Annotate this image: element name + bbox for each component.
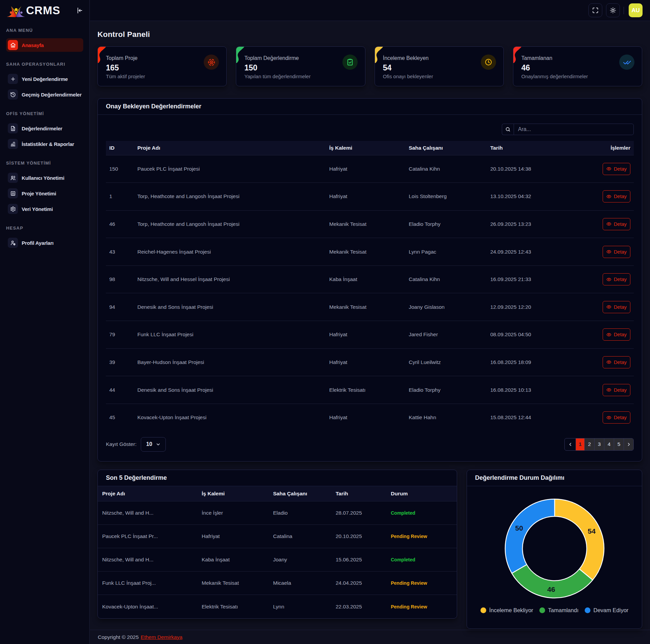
svg-text:54: 54 (587, 527, 596, 535)
svg-text:50: 50 (515, 524, 523, 532)
svg-text:46: 46 (547, 585, 555, 593)
